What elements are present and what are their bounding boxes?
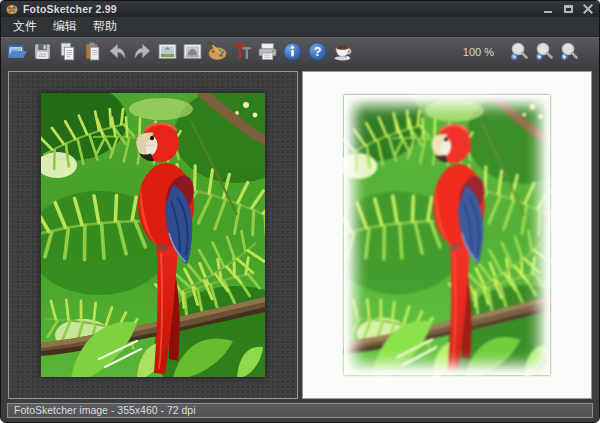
print-button[interactable] — [255, 39, 280, 64]
redo-button[interactable] — [130, 39, 155, 64]
info-icon — [282, 41, 303, 62]
view-original-image-button[interactable] — [155, 39, 180, 64]
status-bar: FotoSketcher image - 355x460 - 72 dpi — [7, 403, 593, 418]
menu-bar: 文件 编辑 帮助 — [1, 17, 599, 37]
zoom-actual-size-button[interactable] — [531, 39, 556, 64]
window-title: FotoSketcher 2.99 — [23, 3, 117, 15]
copy-button[interactable] — [55, 39, 80, 64]
zoom-level-value: 100 % — [463, 46, 494, 58]
close-icon — [583, 4, 593, 14]
painted-parrot-result — [344, 95, 550, 375]
coffee-cup-icon — [332, 41, 353, 62]
view-result-image-button[interactable] — [180, 39, 205, 64]
canvas-area — [1, 65, 599, 399]
result-image-panel — [302, 71, 592, 399]
text-tool-icon — [232, 41, 253, 62]
zoom-out-button[interactable] — [506, 39, 531, 64]
zoom-actual-size-icon — [533, 41, 555, 63]
toolbar: ? 100 % — [1, 37, 599, 65]
help-button[interactable]: ? — [305, 39, 330, 64]
copy-pages-icon — [57, 41, 78, 62]
original-image-panel — [8, 71, 298, 399]
svg-text:?: ? — [314, 45, 322, 59]
result-photo-icon — [182, 41, 203, 62]
donate-coffee-button[interactable] — [330, 39, 355, 64]
undo-button[interactable] — [105, 39, 130, 64]
close-button[interactable] — [582, 3, 594, 15]
zoom-in-button[interactable] — [556, 39, 581, 64]
zoom-in-icon — [558, 41, 580, 63]
original-photo-icon — [157, 41, 178, 62]
zoom-out-icon — [508, 41, 530, 63]
paint-palette-icon — [207, 41, 228, 62]
redo-arrow-icon — [132, 41, 153, 62]
menu-edit[interactable]: 编辑 — [50, 17, 80, 36]
drawing-parameters-button[interactable] — [205, 39, 230, 64]
menu-help[interactable]: 帮助 — [90, 17, 120, 36]
app-logo-icon — [6, 3, 18, 15]
menu-file[interactable]: 文件 — [10, 17, 40, 36]
maximize-icon — [564, 5, 573, 13]
status-area: FotoSketcher image - 355x460 - 72 dpi — [1, 399, 599, 418]
paste-clipboard-icon — [82, 41, 103, 62]
title-bar: FotoSketcher 2.99 — [1, 1, 599, 17]
app-window: FotoSketcher 2.99 文件 编辑 帮助 — [0, 0, 600, 423]
minimize-icon — [544, 11, 552, 13]
add-text-button[interactable] — [230, 39, 255, 64]
paste-button[interactable] — [80, 39, 105, 64]
about-button[interactable] — [280, 39, 305, 64]
status-text: FotoSketcher image - 355x460 - 72 dpi — [14, 404, 196, 416]
minimize-button[interactable] — [542, 3, 554, 15]
maximize-button[interactable] — [562, 3, 574, 15]
printer-icon — [257, 41, 278, 62]
open-image-button[interactable] — [5, 39, 30, 64]
open-folder-icon — [7, 41, 28, 62]
undo-arrow-icon — [107, 41, 128, 62]
original-parrot-photo — [41, 93, 265, 377]
floppy-disk-icon — [32, 41, 53, 62]
save-button[interactable] — [30, 39, 55, 64]
help-icon: ? — [307, 41, 328, 62]
